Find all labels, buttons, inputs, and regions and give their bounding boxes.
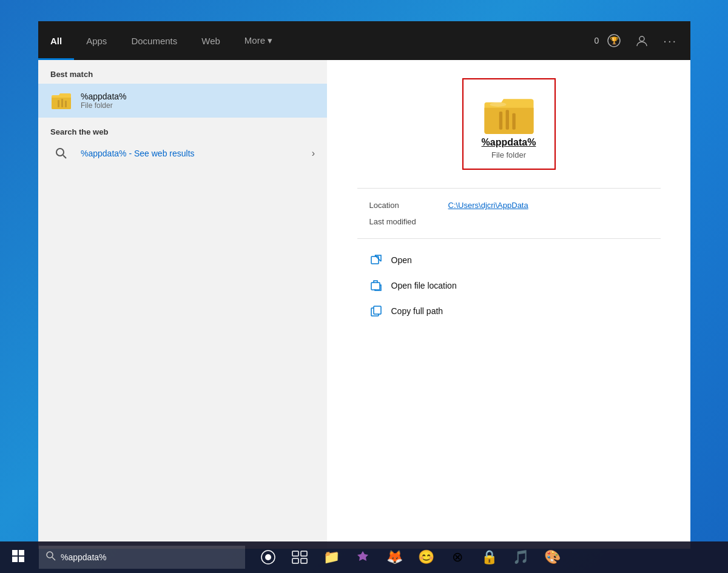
person-icon-button[interactable]	[629, 29, 655, 52]
tab-apps-label: Apps	[86, 36, 107, 46]
taskbar-search[interactable]: %appdata%	[39, 546, 245, 569]
svg-rect-17	[19, 550, 24, 555]
result-title: %appdata%	[81, 92, 127, 101]
svg-rect-15	[374, 306, 381, 314]
svg-rect-24	[292, 551, 298, 556]
action-copy-full-path[interactable]: Copy full path	[357, 298, 661, 324]
tab-more-label: More ▾	[244, 35, 272, 46]
action-open-label: Open	[391, 255, 412, 265]
web-search-prefix: %appdata%	[81, 149, 127, 158]
tab-more[interactable]: More ▾	[232, 21, 285, 60]
left-panel: Best match %appdata% File folder	[38, 60, 327, 549]
action-open-file-location[interactable]: Open file location	[357, 273, 661, 298]
taskbar-twitter[interactable]	[347, 541, 379, 573]
svg-point-2	[639, 36, 644, 41]
file-preview: %appdata% File folder	[462, 78, 556, 170]
file-location-icon	[369, 279, 383, 292]
svg-rect-19	[19, 557, 24, 562]
copy-icon	[369, 304, 383, 318]
taskbar-search-text: %appdata%	[61, 552, 107, 562]
location-row: Location C:\Users\djcri\AppData	[357, 197, 661, 213]
action-open[interactable]: Open	[357, 247, 661, 273]
arrow-icon: ›	[312, 148, 315, 159]
web-search-item[interactable]: %appdata% - See web results ›	[38, 141, 327, 166]
web-section-label: Search the web	[38, 118, 327, 141]
web-search-suffix: - See web results	[127, 149, 195, 158]
web-search-text: %appdata% - See web results	[81, 149, 303, 158]
start-button[interactable]	[0, 541, 36, 573]
svg-point-11	[490, 102, 506, 107]
taskbar-search-icon	[46, 551, 56, 563]
badge-count: 0	[595, 36, 599, 45]
right-panel: %appdata% File folder Location C:\Users\…	[327, 60, 690, 549]
taskbar-vlc[interactable]: 🎵	[505, 541, 536, 573]
windows-logo-icon	[12, 549, 25, 566]
action-copy-full-path-label: Copy full path	[391, 306, 443, 316]
svg-rect-3	[61, 99, 63, 107]
taskbar-smite[interactable]: ⊗	[442, 541, 473, 573]
svg-rect-5	[58, 100, 59, 107]
metadata-section: Location C:\Users\djcri\AppData Last mod…	[357, 188, 661, 238]
file-preview-type: File folder	[491, 150, 526, 159]
result-text: %appdata% File folder	[81, 92, 127, 110]
svg-rect-4	[65, 101, 67, 107]
file-preview-name: %appdata%	[482, 137, 536, 148]
search-panel: All Apps Documents Web More ▾ 0 🏆	[38, 21, 690, 549]
nav-bar: All Apps Documents Web More ▾ 0 🏆	[38, 21, 690, 60]
actions-section: Open Open file location	[357, 238, 661, 332]
svg-point-23	[265, 554, 271, 560]
best-match-item[interactable]: %appdata% File folder	[38, 84, 327, 118]
taskbar-cortana[interactable]	[252, 541, 284, 573]
tab-documents-label: Documents	[131, 36, 177, 46]
best-match-label: Best match	[38, 60, 327, 84]
tab-apps[interactable]: Apps	[74, 21, 119, 60]
svg-rect-9	[512, 113, 515, 130]
taskbar-face-app[interactable]: 😊	[410, 541, 442, 573]
last-modified-row: Last modified	[357, 213, 661, 230]
svg-rect-18	[12, 557, 18, 562]
taskbar-lockapp[interactable]: 🔒	[473, 541, 505, 573]
result-subtitle: File folder	[81, 101, 127, 110]
person-icon	[635, 34, 649, 47]
folder-icon-small	[50, 90, 72, 112]
svg-rect-16	[12, 550, 18, 555]
svg-point-20	[47, 552, 53, 558]
svg-rect-13	[371, 283, 380, 290]
open-icon	[369, 253, 383, 267]
svg-line-21	[52, 557, 55, 560]
svg-rect-27	[301, 558, 307, 563]
svg-rect-25	[301, 551, 307, 556]
taskbar-paint[interactable]: 🎨	[536, 541, 568, 573]
svg-rect-8	[505, 110, 508, 129]
svg-point-6	[56, 149, 64, 156]
taskbar: %appdata% 📁 🦊 😊 ⊗ 🔒	[0, 541, 728, 573]
svg-rect-10	[499, 112, 502, 130]
action-open-file-location-label: Open file location	[391, 281, 457, 290]
last-modified-label: Last modified	[369, 217, 436, 226]
main-content: Best match %appdata% File folder	[38, 60, 690, 549]
location-value[interactable]: C:\Users\djcri\AppData	[448, 201, 528, 210]
taskbar-task-view[interactable]	[284, 541, 315, 573]
tab-all[interactable]: All	[38, 21, 74, 60]
ellipsis-icon-button[interactable]: ···	[657, 29, 683, 53]
taskbar-file-explorer[interactable]: 📁	[315, 541, 347, 573]
tab-all-label: All	[50, 36, 62, 46]
folder-icon-large	[482, 92, 536, 137]
taskbar-icons: 📁 🦊 😊 ⊗ 🔒 🎵 🎨	[252, 541, 568, 573]
ellipsis-icon: ···	[663, 34, 677, 48]
trophy-icon-button[interactable]: 🏆	[601, 29, 627, 52]
trophy-icon: 🏆	[607, 34, 621, 47]
svg-rect-26	[292, 558, 298, 563]
location-label: Location	[369, 201, 436, 210]
tab-web[interactable]: Web	[189, 21, 232, 60]
search-icon	[50, 147, 72, 159]
tab-documents[interactable]: Documents	[119, 21, 189, 60]
taskbar-firefox[interactable]: 🦊	[379, 541, 410, 573]
svg-line-7	[63, 155, 66, 158]
svg-text:🏆: 🏆	[610, 36, 619, 45]
nav-icons: 0 🏆 ···	[595, 21, 690, 60]
tab-web-label: Web	[201, 36, 220, 46]
